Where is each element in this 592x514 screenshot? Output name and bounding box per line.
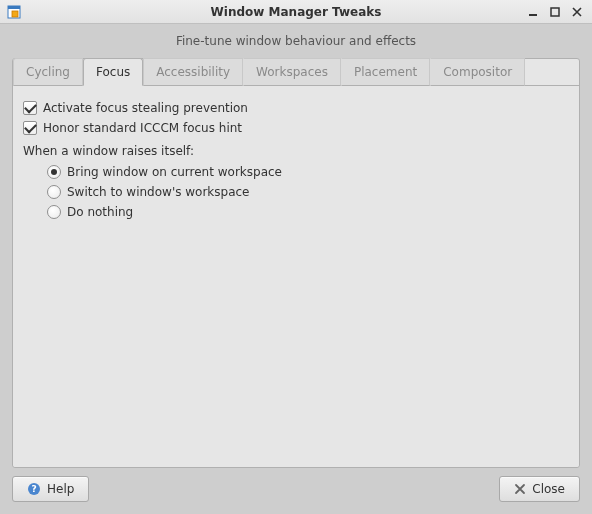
- close-button[interactable]: Close: [499, 476, 580, 502]
- focus-tab-page: Activate focus stealing prevention Honor…: [13, 86, 579, 467]
- raise-radio-group: Bring window on current workspace Switch…: [23, 162, 569, 222]
- radio-icon: [47, 165, 61, 179]
- svg-text:?: ?: [31, 484, 36, 494]
- svg-rect-3: [529, 14, 537, 16]
- help-button-label: Help: [47, 482, 74, 496]
- header-subtitle: Fine-tune window behaviour and effects: [12, 34, 580, 48]
- radio-label: Bring window on current workspace: [67, 165, 282, 179]
- header: Fine-tune window behaviour and effects: [0, 24, 592, 58]
- tab-focus[interactable]: Focus: [83, 58, 143, 86]
- tab-strip: Cycling Focus Accessibility Workspaces P…: [13, 58, 579, 86]
- radio-label: Do nothing: [67, 205, 133, 219]
- checkbox-icon: [23, 101, 37, 115]
- checkbox-label: Activate focus stealing prevention: [43, 101, 248, 115]
- radio-icon: [47, 185, 61, 199]
- tab-accessibility[interactable]: Accessibility: [143, 58, 243, 86]
- spacer: [97, 476, 491, 502]
- checkbox-label: Honor standard ICCCM focus hint: [43, 121, 242, 135]
- radio-icon: [47, 205, 61, 219]
- radio-label: Switch to window's workspace: [67, 185, 249, 199]
- tab-workspaces[interactable]: Workspaces: [243, 58, 341, 86]
- checkbox-icon: [23, 121, 37, 135]
- maximize-button[interactable]: [548, 5, 562, 19]
- help-button[interactable]: ? Help: [12, 476, 89, 502]
- tab-placement[interactable]: Placement: [341, 58, 430, 86]
- minimize-button[interactable]: [526, 5, 540, 19]
- button-bar: ? Help Close: [0, 476, 592, 514]
- titlebar: Window Manager Tweaks: [0, 0, 592, 24]
- window-title: Window Manager Tweaks: [0, 5, 592, 19]
- close-icon: [514, 483, 526, 495]
- checkbox-activate-prevention[interactable]: Activate focus stealing prevention: [23, 98, 569, 118]
- radio-switch-workspace[interactable]: Switch to window's workspace: [47, 182, 569, 202]
- app-icon: [6, 4, 22, 20]
- help-icon: ?: [27, 482, 41, 496]
- tabs-filler: [525, 58, 579, 86]
- svg-rect-4: [551, 8, 559, 16]
- svg-rect-2: [12, 11, 18, 17]
- radio-do-nothing[interactable]: Do nothing: [47, 202, 569, 222]
- svg-rect-1: [8, 6, 20, 9]
- tab-cycling[interactable]: Cycling: [13, 58, 83, 86]
- close-button-label: Close: [532, 482, 565, 496]
- raise-section-label: When a window raises itself:: [23, 138, 569, 162]
- window: Window Manager Tweaks Fine-tune window b…: [0, 0, 592, 514]
- tab-compositor[interactable]: Compositor: [430, 58, 525, 86]
- checkbox-honor-icccm[interactable]: Honor standard ICCCM focus hint: [23, 118, 569, 138]
- window-controls: [526, 5, 592, 19]
- tab-notebook: Cycling Focus Accessibility Workspaces P…: [12, 58, 580, 468]
- radio-bring-current[interactable]: Bring window on current workspace: [47, 162, 569, 182]
- close-window-button[interactable]: [570, 5, 584, 19]
